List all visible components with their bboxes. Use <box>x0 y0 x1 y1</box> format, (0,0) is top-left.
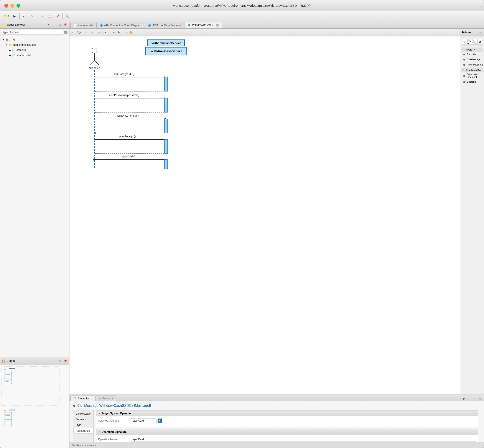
tab-label-remodel: atm.remodel <box>78 24 93 27</box>
palette-content: ↖ 🔍+ 🔍- ⚙ 📁 Tools ✕ <box>460 36 484 87</box>
tree-item-atm-remodel[interactable]: ▶ 📄 atm.remodel <box>0 53 69 58</box>
execution-icon: ◆ <box>463 52 465 56</box>
toolbar-redo-btn[interactable]: ↪ <box>28 13 36 19</box>
toolbar-undo-btn[interactable]: ↩ <box>21 13 28 19</box>
diag-zoom-in-btn[interactable]: 🔍+ <box>76 30 83 34</box>
search-input[interactable] <box>2 30 63 35</box>
palette-pointer-btn[interactable]: ↖ <box>462 39 467 45</box>
bottom-panel-minimize[interactable]: ─ <box>472 397 477 401</box>
svg-text:withDraw (amount): withDraw (amount) <box>6 419 9 419</box>
model-explorer-collapse[interactable]: ✕ <box>46 23 50 27</box>
diagram-canvas[interactable]: :WithdrawCashService :Cashier :With <box>69 36 460 394</box>
svg-rect-8 <box>11 378 12 381</box>
palette-expand-btn[interactable]: ▷ <box>478 30 482 35</box>
diagram-column: ↖ 🔍+ 🔍- ⊡ ≡ B I A A̶ ◁ 🎨 <box>69 29 460 394</box>
prop-tab-appearance[interactable]: Appearance <box>73 428 93 434</box>
selected-operation-dropdown-btn[interactable]: ▼ <box>157 418 162 423</box>
prop-section-target-header: ▼ Target System Operation <box>96 410 478 416</box>
diag-select-btn[interactable]: ↖ <box>71 30 75 34</box>
signature-section-title: Operation Signature <box>102 431 127 433</box>
palette-settings-btn[interactable]: ⚙ <box>477 39 482 45</box>
search-bar: ✕ <box>0 29 69 36</box>
model-explorer-header: 📁 Model Explorer ✕ ⋮ □ 📌 <box>0 21 69 29</box>
outline-collapse[interactable]: ✕ <box>46 359 50 363</box>
search-clear-btn[interactable]: ✕ <box>64 31 67 34</box>
palette-section-tools-header[interactable]: 📁 Tools ✕ <box>461 48 483 52</box>
diag-underline-btn[interactable]: A <box>112 31 116 34</box>
outline-expand-btn[interactable]: □ <box>57 359 62 363</box>
toolbar-cut-btn[interactable]: ✂ <box>38 13 46 19</box>
combined-folder-icon: 📁 <box>462 69 465 72</box>
diag-zoom-out-btn[interactable]: 🔍- <box>83 30 90 34</box>
palette-item-execution[interactable]: ◆ Execution <box>461 52 483 57</box>
palette-section-combined-header[interactable]: 📁 CombinedFra... ✕ <box>461 68 483 72</box>
diag-italic-btn[interactable]: I <box>108 31 111 34</box>
palette-item-returnmessage[interactable]: ◆ ReturnMessage <box>461 62 483 67</box>
palette-item-operand[interactable]: ◆ Operand <box>461 79 483 84</box>
toolbar-model-btn[interactable]: 📁▾ <box>2 13 10 19</box>
tree-label-aird: atm.aird <box>16 48 26 52</box>
tab-conceptual[interactable]: 🔷 ATM Conceptual Class Diagram <box>96 22 145 28</box>
model-explorer-title: Model Explorer <box>7 23 45 26</box>
palette-zoom-out-btn[interactable]: 🔍- <box>472 39 477 45</box>
palette-section-combined: 📁 CombinedFra... ✕ ◆ Combined Fragment ◆… <box>461 68 483 84</box>
outline-pin[interactable]: 📌 <box>63 359 67 363</box>
outline-menu[interactable]: ⋮ <box>52 359 56 363</box>
maximize-button[interactable] <box>16 4 20 8</box>
selected-operation-value[interactable]: ejectCard <box>131 418 157 423</box>
toolbar-copy-btn[interactable]: 📋 <box>46 13 53 19</box>
tree-item-requirements[interactable]: ▼ 📁 RequirementsModel <box>0 42 69 48</box>
minimize-button[interactable] <box>10 4 14 8</box>
tab-close-withdraw[interactable]: ✕ <box>216 24 219 27</box>
properties-content: ◆ Call Message WithdrawCashSSDCallMessag… <box>69 401 484 442</box>
svg-rect-84 <box>93 159 95 160</box>
combined-section-label: CombinedFra... <box>466 69 483 72</box>
svg-text:withDraw (amount): withDraw (amount) <box>6 378 9 378</box>
bottom-panel-menu[interactable]: ⋮ <box>467 397 471 401</box>
diag-bold-btn[interactable]: B <box>104 31 108 34</box>
diag-fit-btn[interactable]: ⊡ <box>90 30 95 34</box>
svg-rect-6 <box>11 371 12 374</box>
palette-item-callmessage[interactable]: ◆ CallMessage <box>461 57 483 62</box>
prop-tab-style[interactable]: Style <box>73 422 93 428</box>
bottom-panel-expand-btn[interactable]: ⊡ <box>462 397 466 401</box>
diag-color-btn[interactable]: 🎨 <box>128 30 134 34</box>
close-button[interactable] <box>4 4 8 8</box>
model-explorer-expand-btn[interactable]: □ <box>57 23 62 27</box>
tab-withdraw[interactable]: 🔷 WithdrawCashSSD ✕ <box>184 22 222 28</box>
tools-collapse-icon: ✕ <box>473 48 475 51</box>
toolbar-search-btn[interactable]: 🔍 <box>64 13 71 19</box>
prop-tab-semantic[interactable]: Semantic <box>73 417 93 422</box>
tab-atm-remodel[interactable]: 📄 atm.remodel <box>70 22 96 28</box>
returnmessage-icon: ◆ <box>463 63 465 66</box>
svg-rect-78 <box>164 139 168 153</box>
prop-tab-callmessage[interactable]: CallMessage <box>73 411 93 416</box>
svg-text:inputCard (cardID): inputCard (cardID) <box>6 412 9 412</box>
tab-problems[interactable]: ⚠ Problems <box>96 396 116 401</box>
tree-item-atm[interactable]: ▼ 🏛 ATM <box>0 37 69 42</box>
traffic-lights <box>4 4 20 8</box>
palette-zoom-in-btn[interactable]: 🔍+ <box>467 39 472 45</box>
tree-item-atm-aird[interactable]: ▶ 📄 atm.aird <box>0 48 69 53</box>
palette-title: Palette <box>462 31 477 34</box>
tab-properties-close-icon: ✕ <box>91 397 93 400</box>
model-explorer-pin[interactable]: 📌 <box>63 23 67 27</box>
outline-panel: 📋 Outline ✕ ⋮ □ 📌 🚶 :Cashier <box>0 357 69 448</box>
svg-text:withDraw (amount): withDraw (amount) <box>117 114 139 117</box>
diag-format-btn[interactable]: ≡ <box>97 31 101 34</box>
toolbar-paste-btn[interactable]: 📌 <box>54 13 61 19</box>
toolbar-run-btn[interactable]: ▶ <box>11 13 18 19</box>
bottom-panel-maximize[interactable]: □ <box>477 397 482 401</box>
tab-icon-withdraw: 🔷 <box>188 24 191 27</box>
model-explorer-menu[interactable]: ⋮ <box>52 23 56 27</box>
tab-usecase[interactable]: 🔷 ATM Use Case Diagram <box>145 22 184 28</box>
tree-label-atm: ATM <box>9 38 15 41</box>
operation-name-input[interactable] <box>131 437 476 442</box>
palette-item-combined-fragment[interactable]: ◆ Combined Fragment <box>461 72 483 79</box>
svg-line-50 <box>90 60 94 65</box>
outline-minimap: 🚶 :Cashier :WithdrawCashService <box>0 365 61 447</box>
diag-strike-btn[interactable]: A̶ <box>116 30 121 34</box>
tab-properties[interactable]: 📋 Properties ✕ <box>70 396 96 401</box>
prop-left-tabs: CallMessage Semantic Style Appearance <box>73 410 94 442</box>
diag-align-left-btn[interactable]: ◁ <box>123 30 128 34</box>
